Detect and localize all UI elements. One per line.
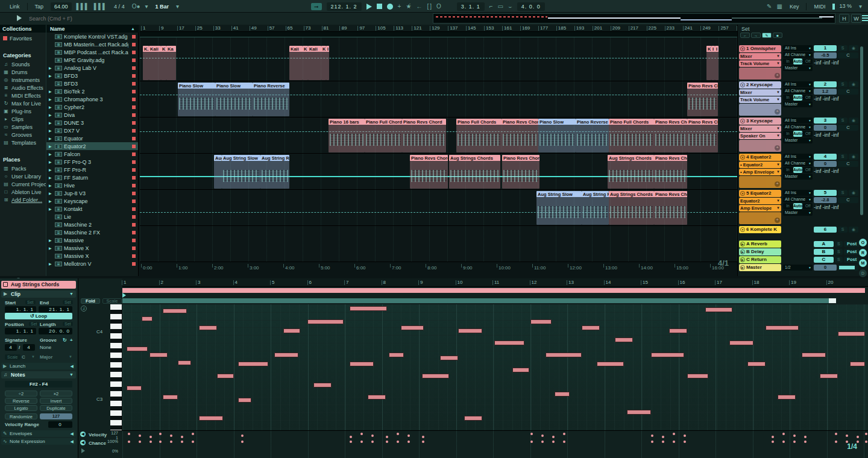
quantize-dropdown-icon[interactable]: ▾ [176,3,179,10]
arrangement-clip[interactable]: Aug Strings Chords [449,155,500,189]
time-ruler[interactable]: 0:001:002:003:004:005:006:007:008:009:00… [140,265,737,272]
chance-marker[interactable] [139,441,141,443]
favorite-dot-icon[interactable] [132,199,136,203]
favorite-dot-icon[interactable] [132,137,136,140]
midi-note[interactable] [238,362,268,366]
return-track-header[interactable]: C Return▶CSPost [739,256,860,263]
draw-mode-icon[interactable]: ✎ [767,3,772,10]
clip-scrub-strip[interactable] [122,298,832,303]
automation-line[interactable] [140,58,737,58]
loop-start-field[interactable]: 3. 1. 1 [457,2,485,11]
chance-marker[interactable] [397,441,399,443]
velocity-marker[interactable] [552,436,555,438]
start-value[interactable]: 1. 1. 1 [5,306,36,313]
chance-marker[interactable] [149,441,152,443]
track-unfold-icon[interactable]: ▼ [740,46,745,51]
monitor-auto-button[interactable]: Auto [793,203,803,209]
input-type-chooser[interactable]: All Ins▼ [783,118,813,124]
favorite-dot-icon[interactable] [132,184,136,187]
input-channel-chooser[interactable]: All Channe▼ [783,196,813,202]
chance-marker[interactable] [865,441,867,443]
fold-button[interactable]: Fold [81,298,100,304]
send-knob[interactable]: -inf [814,204,822,210]
browser-item[interactable]: ▶☰FF Pro-Q 3 [46,158,138,166]
loop-region-bar[interactable] [122,288,865,293]
sidebar-item-max-for-live[interactable]: ↻Max for Live [0,99,46,107]
sidebar-item-clips[interactable]: ▸Clips [0,115,46,123]
follow-button[interactable]: ➞ [311,3,322,10]
piano-keys[interactable] [110,304,122,430]
chance-marker[interactable] [563,441,565,443]
control-chooser[interactable]: Track Volume▼ [739,60,781,67]
solo-button[interactable]: S [838,81,848,87]
velocity-marker[interactable] [530,433,533,435]
arrangement-clip[interactable]: I [326,46,329,80]
prev-automation-button[interactable]: ← [740,33,750,38]
volume-field[interactable]: 1.2 [814,89,837,95]
control-chooser[interactable]: Track Volume▼ [739,96,781,103]
favorite-dot-icon[interactable] [132,98,136,101]
browser-item[interactable]: ▶☰Kontakt [46,205,138,213]
time-signature-field[interactable]: 4 / 4 [112,2,127,11]
lock-envelopes-button[interactable]: ■ [773,33,782,38]
arrangement-width-button[interactable]: W [851,14,861,23]
browser-item[interactable]: ▶☰DUNE 3 [46,119,138,127]
browser-item[interactable]: ☰Maschine 2 [46,221,138,228]
arm-button[interactable]: ◉ [849,154,858,160]
favorite-dot-icon[interactable] [132,152,136,156]
monitor-auto-button[interactable]: Auto [793,131,803,137]
browser-item[interactable]: ▶☰Diva [46,111,138,119]
collapse-icon[interactable]: ▼ [69,292,74,296]
velocity-marker[interactable] [804,436,807,438]
volume-field[interactable]: 0 [814,161,837,167]
midi-note[interactable] [238,398,251,403]
automation-mode-button[interactable]: ✎ [762,33,772,38]
track-unfold-icon[interactable]: ▼ [740,191,745,196]
arrangement-clip[interactable]: Piano Full Chords [609,119,654,152]
monitor-in-button[interactable]: In [783,131,793,137]
pre-post-toggle[interactable]: Post [844,249,860,255]
track-unfold-icon[interactable]: ▼ [740,119,745,124]
arrangement-clip[interactable]: Piano Revs Chord [410,155,448,189]
midi-note[interactable] [766,325,799,330]
expand-arrow-icon[interactable]: ▶ [49,207,53,211]
expand-arrow-icon[interactable]: ▶ [49,191,53,195]
browser-item[interactable]: ▶☰Mellotron V [46,260,138,268]
monitor-in-button[interactable]: In [783,203,793,209]
track-activator[interactable]: 3 [814,118,837,124]
browser-item[interactable]: ⊞MPE Gravity.adg [46,56,138,64]
favorite-dot-icon[interactable] [132,207,136,211]
track-activator[interactable]: 2 [814,81,837,87]
browser-item[interactable]: ▶☰FF Saturn [46,174,138,181]
double-time-button[interactable]: ×2 [40,391,72,397]
chance-marker[interactable] [857,441,859,443]
arrangement-clip[interactable]: Piano Revs Chord [654,119,687,152]
nudge-down-icon[interactable]: ▌▌▌ [77,3,89,10]
favorite-dot-icon[interactable] [132,192,136,195]
chance-marker[interactable] [350,441,352,443]
output-type-chooser[interactable]: Master▼ [783,210,813,216]
track-name[interactable]: 5 Equator2▼ [739,190,781,197]
midi-note[interactable] [178,360,191,365]
arm-button[interactable]: ◉ [849,227,858,233]
sidebar-item-sounds[interactable]: ♫Sounds [0,60,46,68]
midi-note[interactable] [494,340,524,345]
midi-note[interactable] [163,309,187,313]
chance-marker[interactable] [684,441,686,443]
search-field[interactable] [29,14,137,24]
arrangement-height-button[interactable]: H [839,14,849,23]
browser-item[interactable]: ☰Lie [46,213,138,221]
midi-note[interactable] [274,353,298,357]
midi-note[interactable] [747,362,766,366]
favorite-dot-icon[interactable] [132,105,136,109]
midi-note[interactable] [546,353,582,357]
expand-arrow-icon[interactable]: ▶ [49,168,53,172]
browser-collapse-icon[interactable] [17,15,22,21]
chance-marker[interactable] [772,441,774,443]
midi-note[interactable] [440,356,458,360]
velocity-marker[interactable] [857,436,859,438]
returns-toggle-button[interactable]: R [859,249,867,257]
velocity-marker[interactable] [149,436,152,438]
io-toggle-button[interactable]: O [859,239,867,246]
send-knob[interactable]: -inf [831,60,839,66]
